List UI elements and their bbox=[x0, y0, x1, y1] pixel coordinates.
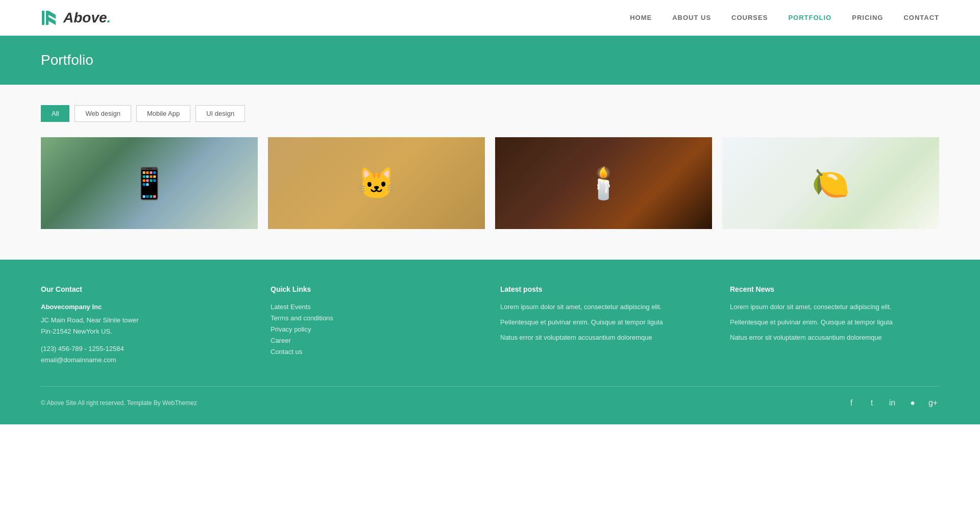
twitter-icon[interactable]: t bbox=[866, 397, 878, 409]
portfolio-item-1[interactable] bbox=[41, 137, 258, 229]
logo-icon bbox=[41, 9, 59, 27]
main-content: All Web design Mobile App UI design bbox=[0, 85, 980, 260]
filter-mobileapp[interactable]: Mobile App bbox=[136, 105, 190, 122]
logo[interactable]: Above. bbox=[41, 9, 111, 27]
footer-columns: Our Contact Abovecompany Inc JC Main Roa… bbox=[41, 285, 939, 386]
site-footer: Our Contact Abovecompany Inc JC Main Roa… bbox=[0, 260, 980, 424]
footer-contact-heading: Our Contact bbox=[41, 285, 250, 293]
nav-portfolio[interactable]: PORTFOLIO bbox=[788, 14, 831, 21]
portfolio-grid bbox=[41, 137, 939, 229]
footer-quick-links: Quick Links Latest Events Terms and cond… bbox=[271, 285, 480, 366]
pinterest-icon[interactable]: ● bbox=[906, 397, 919, 409]
footer-link-events[interactable]: Latest Events bbox=[271, 301, 480, 313]
footer-address-line1: JC Main Road, Near Silnile tower bbox=[41, 315, 250, 326]
social-icons: f t in ● g+ bbox=[845, 397, 939, 409]
footer-address-line2: Pin-21542 NewYork US. bbox=[41, 326, 250, 337]
footer-post-1: Lorem ipsum dolor sit amet, consectetur … bbox=[500, 301, 709, 313]
filter-webdesign[interactable]: Web design bbox=[75, 105, 131, 122]
nav-pricing[interactable]: PRICING bbox=[852, 14, 883, 21]
portfolio-image-lemon bbox=[722, 137, 939, 229]
footer-recentnews-heading: Recent News bbox=[730, 285, 939, 293]
footer-post-3: Natus error sit voluptatem accusantium d… bbox=[500, 332, 709, 343]
svg-rect-1 bbox=[46, 11, 48, 25]
hero-band: Portfolio bbox=[0, 36, 980, 85]
footer-link-terms[interactable]: Terms and conditions bbox=[271, 313, 480, 324]
logo-text: Above. bbox=[63, 10, 111, 26]
footer-news-2: Pellentesque et pulvinar enim. Quisque a… bbox=[730, 317, 939, 328]
footer-quicklinks-heading: Quick Links bbox=[271, 285, 480, 293]
footer-latest-posts: Latest posts Lorem ipsum dolor sit amet,… bbox=[500, 285, 709, 366]
nav-contact[interactable]: CONTACT bbox=[903, 14, 939, 21]
footer-recent-news: Recent News Lorem ipsum dolor sit amet, … bbox=[730, 285, 939, 366]
portfolio-item-4[interactable] bbox=[722, 137, 939, 229]
footer-company-name: Abovecompany Inc bbox=[41, 301, 250, 313]
footer-link-contact[interactable]: Contact us bbox=[271, 346, 480, 358]
footer-post-2: Pellentesque et pulvinar enim. Quisque a… bbox=[500, 317, 709, 328]
footer-news-3: Natus error sit voluptatem accusantium d… bbox=[730, 332, 939, 343]
nav-about[interactable]: ABOUT US bbox=[672, 14, 711, 21]
nav-courses[interactable]: COURSES bbox=[731, 14, 768, 21]
svg-rect-0 bbox=[42, 11, 44, 25]
footer-latestposts-heading: Latest posts bbox=[500, 285, 709, 293]
site-header: Above. HOME ABOUT US COURSES PORTFOLIO P… bbox=[0, 0, 980, 36]
portfolio-image-phone bbox=[41, 137, 258, 229]
googleplus-icon[interactable]: g+ bbox=[927, 397, 939, 409]
footer-contact: Our Contact Abovecompany Inc JC Main Roa… bbox=[41, 285, 250, 366]
nav-home[interactable]: HOME bbox=[630, 14, 652, 21]
footer-bottom: © Above Site All right reserved. Templat… bbox=[41, 386, 939, 409]
portfolio-item-2[interactable] bbox=[268, 137, 485, 229]
portfolio-item-3[interactable] bbox=[495, 137, 712, 229]
facebook-icon[interactable]: f bbox=[845, 397, 857, 409]
linkedin-icon[interactable]: in bbox=[886, 397, 898, 409]
footer-news-1: Lorem ipsum dolor sit amet, consectetur … bbox=[730, 301, 939, 313]
portfolio-image-candle bbox=[495, 137, 712, 229]
filter-all[interactable]: All bbox=[41, 105, 69, 122]
main-nav: HOME ABOUT US COURSES PORTFOLIO PRICING … bbox=[630, 14, 939, 21]
footer-phone: (123) 456-789 - 1255-12584 bbox=[41, 343, 250, 355]
portfolio-image-cat bbox=[268, 137, 485, 229]
filter-buttons: All Web design Mobile App UI design bbox=[41, 105, 939, 122]
footer-link-career[interactable]: Career bbox=[271, 335, 480, 346]
footer-copyright: © Above Site All right reserved. Templat… bbox=[41, 399, 197, 407]
footer-email: email@domainname.com bbox=[41, 355, 250, 366]
page-title: Portfolio bbox=[41, 52, 939, 68]
footer-link-privacy[interactable]: Privacy policy bbox=[271, 324, 480, 335]
filter-uidesign[interactable]: UI design bbox=[195, 105, 245, 122]
